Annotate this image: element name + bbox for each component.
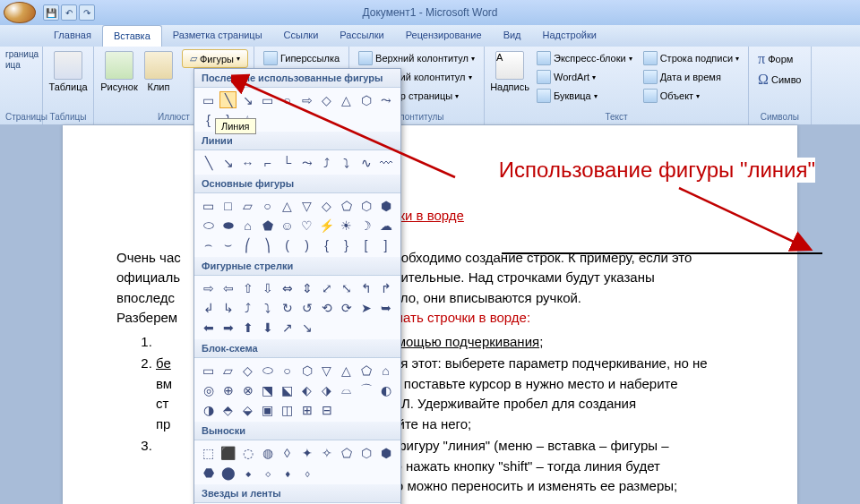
a16[interactable]: ↺ [298, 299, 315, 316]
shape-hex[interactable]: ⬡ [357, 91, 374, 108]
picture-button[interactable]: Рисунок [99, 49, 139, 94]
a12[interactable]: ↳ [219, 299, 236, 316]
s13[interactable]: ⌂ [239, 217, 256, 234]
datetime-button[interactable]: Дата и время [640, 68, 743, 86]
f22[interactable]: ⬘ [219, 401, 236, 418]
f7[interactable]: ▽ [318, 362, 335, 379]
s28[interactable]: } [338, 236, 355, 253]
a5[interactable]: ⇔ [279, 279, 296, 296]
shape-line2[interactable]: ╲ [200, 154, 217, 171]
shape-darrow[interactable]: ↔ [239, 154, 256, 171]
a21[interactable]: ⬅ [200, 319, 217, 336]
f23[interactable]: ⬙ [239, 401, 256, 418]
f15[interactable]: ⬕ [279, 381, 296, 398]
f10[interactable]: ⌂ [377, 362, 394, 379]
f11[interactable]: ◎ [200, 381, 217, 398]
object-button[interactable]: Объект▾ [640, 87, 743, 105]
a22[interactable]: ➡ [219, 319, 236, 336]
a24[interactable]: ⬇ [259, 319, 276, 336]
a11[interactable]: ↲ [200, 299, 217, 316]
a17[interactable]: ⟲ [318, 299, 335, 316]
shape-line[interactable]: ╲ [219, 91, 236, 108]
f20[interactable]: ◐ [377, 381, 394, 398]
f26[interactable]: ⊞ [298, 401, 315, 418]
c15[interactable]: ⬧ [279, 464, 296, 481]
c4[interactable]: ◍ [259, 444, 276, 461]
c13[interactable]: ⬥ [239, 464, 256, 481]
qat-undo[interactable]: ↶ [61, 4, 77, 21]
f4[interactable]: ⬭ [259, 362, 276, 379]
shape-diamond[interactable]: ◇ [318, 91, 335, 108]
s18[interactable]: ☀ [338, 217, 355, 234]
tab-review[interactable]: Рецензирование [395, 25, 493, 47]
c16[interactable]: ⬨ [298, 464, 315, 481]
s5[interactable]: △ [279, 197, 296, 214]
f19[interactable]: ⌒ [357, 381, 374, 398]
s10[interactable]: ⬢ [377, 197, 394, 214]
shape-elbow2[interactable]: └ [279, 154, 296, 171]
s16[interactable]: ♡ [298, 217, 315, 234]
textbox-button[interactable]: AНадпись [490, 49, 529, 105]
a8[interactable]: ⤡ [338, 279, 355, 296]
a2[interactable]: ⇦ [219, 279, 236, 296]
office-button[interactable] [4, 2, 36, 23]
c2[interactable]: ⬛ [219, 444, 236, 461]
blank-page[interactable]: ица [5, 60, 37, 70]
f27[interactable]: ⊟ [318, 401, 335, 418]
f17[interactable]: ⬗ [318, 381, 335, 398]
symbol-button[interactable]: ΩСимво [754, 70, 804, 90]
f8[interactable]: △ [338, 362, 355, 379]
c5[interactable]: ◊ [279, 444, 296, 461]
tab-insert[interactable]: Вставка [102, 25, 162, 47]
shape-rarrow[interactable]: ⇨ [298, 91, 315, 108]
c6[interactable]: ✦ [298, 444, 315, 461]
s9[interactable]: ⬡ [357, 197, 374, 214]
c1[interactable]: ⬚ [200, 444, 217, 461]
shape-textbox[interactable]: ▭ [200, 91, 217, 108]
s11[interactable]: ⬭ [200, 217, 217, 234]
quickparts-button[interactable]: Экспресс-блоки▾ [533, 49, 636, 67]
s30[interactable]: ] [377, 236, 394, 253]
qat-redo[interactable]: ↷ [79, 4, 95, 21]
shape-curve2[interactable]: ⤴ [318, 154, 335, 171]
hyperlink-button[interactable]: Гиперссылка [260, 49, 343, 67]
s1[interactable]: ▭ [200, 197, 217, 214]
a23[interactable]: ⬆ [239, 319, 256, 336]
qat-save[interactable]: 💾 [43, 4, 59, 21]
s8[interactable]: ⬠ [338, 197, 355, 214]
shape-arrow2[interactable]: ↘ [219, 154, 236, 171]
shape-scribble[interactable]: 〰 [377, 154, 394, 171]
s12[interactable]: ⬬ [219, 217, 236, 234]
c11[interactable]: ⬣ [200, 464, 217, 481]
tab-addins[interactable]: Надстройки [532, 25, 607, 47]
tab-home[interactable]: Главная [43, 25, 102, 47]
a18[interactable]: ⟳ [338, 299, 355, 316]
c9[interactable]: ⬡ [357, 444, 374, 461]
shape-oval[interactable]: ○ [279, 91, 296, 108]
shape-arrow[interactable]: ↘ [239, 91, 256, 108]
shape-triangle[interactable]: △ [338, 91, 355, 108]
s14[interactable]: ⬟ [259, 217, 276, 234]
f16[interactable]: ⬖ [298, 381, 315, 398]
s4[interactable]: ○ [259, 197, 276, 214]
s21[interactable]: ⌢ [200, 236, 217, 253]
shape-curve3[interactable]: ⤵ [338, 154, 355, 171]
a14[interactable]: ⤵ [259, 299, 276, 316]
f3[interactable]: ◇ [239, 362, 256, 379]
f14[interactable]: ⬔ [259, 381, 276, 398]
c10[interactable]: ⬢ [377, 444, 394, 461]
s6[interactable]: ▽ [298, 197, 315, 214]
a15[interactable]: ↻ [279, 299, 296, 316]
s3[interactable]: ▱ [239, 197, 256, 214]
a19[interactable]: ➤ [357, 299, 374, 316]
cover-page[interactable]: граница [5, 49, 37, 59]
shape-connector[interactable]: ⤳ [377, 91, 394, 108]
c8[interactable]: ⬠ [338, 444, 355, 461]
a20[interactable]: ➥ [377, 299, 394, 316]
s29[interactable]: [ [357, 236, 374, 253]
dropcap-button[interactable]: Буквица▾ [533, 87, 636, 105]
a25[interactable]: ↗ [279, 319, 296, 336]
a9[interactable]: ↰ [357, 279, 374, 296]
f5[interactable]: ○ [279, 362, 296, 379]
f12[interactable]: ⊕ [219, 381, 236, 398]
